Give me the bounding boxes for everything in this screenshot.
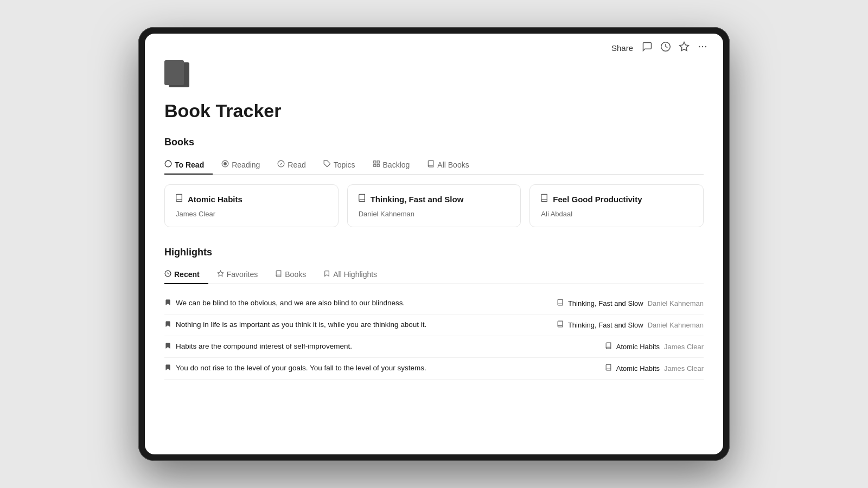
tab-all-books[interactable]: All Books bbox=[418, 156, 477, 175]
logo-area bbox=[164, 60, 704, 88]
book-card-feel-good[interactable]: Feel Good Productivity Ali Abdaal bbox=[529, 184, 704, 227]
svg-rect-13 bbox=[377, 164, 379, 166]
tab-highlights-books[interactable]: Books bbox=[266, 266, 315, 284]
book-card-icon-2 bbox=[358, 194, 366, 204]
all-books-icon bbox=[427, 160, 435, 169]
book-author-3: Ali Abdaal bbox=[540, 210, 693, 218]
tab-topics[interactable]: Topics bbox=[315, 156, 364, 175]
more-icon[interactable] bbox=[697, 41, 708, 55]
favorites-icon bbox=[217, 270, 224, 279]
bookmark-icon-3 bbox=[164, 342, 171, 351]
highlight-left-3: Habits are the compound interest of self… bbox=[164, 342, 594, 352]
svg-rect-11 bbox=[377, 161, 379, 163]
book-card-icon-1 bbox=[175, 194, 183, 204]
book-title-1: Atomic Habits bbox=[188, 195, 242, 204]
highlight-right-4: Atomic Habits James Clear bbox=[605, 364, 704, 373]
page-title: Book Tracker bbox=[164, 100, 704, 121]
highlight-row-4[interactable]: You do not rise to the level of your goa… bbox=[164, 358, 704, 380]
highlight-author-3: James Clear bbox=[664, 343, 704, 351]
highlight-book-icon-3 bbox=[605, 342, 612, 351]
highlights-tabs: Recent Favorites Books bbox=[164, 266, 704, 284]
books-section-title: Books bbox=[164, 137, 704, 148]
logo-book-front bbox=[164, 60, 184, 85]
tab-backlog[interactable]: Backlog bbox=[364, 156, 419, 175]
top-bar-icons bbox=[642, 41, 708, 55]
highlight-book-2: Thinking, Fast and Slow bbox=[568, 321, 643, 329]
book-card-header-3: Feel Good Productivity bbox=[540, 194, 693, 204]
svg-point-3 bbox=[702, 46, 704, 48]
highlight-author-4: James Clear bbox=[664, 364, 704, 373]
all-highlights-icon bbox=[323, 270, 330, 279]
highlight-row-3[interactable]: Habits are the compound interest of self… bbox=[164, 336, 704, 358]
book-card-icon-3 bbox=[540, 194, 548, 204]
book-title-3: Feel Good Productivity bbox=[553, 195, 642, 204]
svg-rect-12 bbox=[373, 164, 375, 166]
svg-rect-10 bbox=[373, 161, 375, 163]
highlight-text-4: You do not rise to the level of your goa… bbox=[176, 363, 426, 374]
highlight-text-2: Nothing in life is as important as you t… bbox=[176, 320, 426, 330]
to-read-icon bbox=[164, 160, 172, 169]
svg-marker-1 bbox=[680, 42, 689, 51]
highlight-book-4: Atomic Habits bbox=[616, 364, 660, 373]
comment-icon[interactable] bbox=[642, 41, 653, 55]
highlight-book-icon-4 bbox=[605, 364, 612, 373]
highlight-author-1: Daniel Kahneman bbox=[648, 299, 704, 307]
highlight-row-2[interactable]: Nothing in life is as important as you t… bbox=[164, 314, 704, 336]
svg-point-7 bbox=[224, 163, 227, 165]
h-books-icon bbox=[275, 270, 282, 279]
highlight-author-2: Daniel Kahneman bbox=[648, 321, 704, 329]
svg-point-4 bbox=[705, 46, 707, 48]
tab-read[interactable]: Read bbox=[269, 156, 314, 175]
highlights-section-title: Highlights bbox=[164, 247, 704, 258]
tab-to-read[interactable]: To Read bbox=[164, 156, 213, 175]
book-author-2: Daniel Kahneman bbox=[358, 210, 511, 218]
tab-highlights-favorites[interactable]: Favorites bbox=[208, 266, 267, 284]
svg-marker-15 bbox=[218, 271, 224, 276]
tablet-frame: Share bbox=[138, 27, 730, 461]
tab-reading[interactable]: Reading bbox=[213, 156, 269, 175]
tab-highlights-recent[interactable]: Recent bbox=[164, 266, 208, 284]
highlight-right-1: Thinking, Fast and Slow Daniel Kahneman bbox=[557, 299, 704, 307]
books-grid: Atomic Habits James Clear Thinking, Fast… bbox=[164, 184, 704, 227]
book-card-thinking[interactable]: Thinking, Fast and Slow Daniel Kahneman bbox=[347, 184, 521, 227]
book-author-1: James Clear bbox=[175, 210, 328, 218]
highlight-right-3: Atomic Habits James Clear bbox=[605, 342, 704, 351]
star-icon[interactable] bbox=[679, 41, 690, 55]
backlog-icon bbox=[373, 160, 380, 169]
book-title-2: Thinking, Fast and Slow bbox=[371, 195, 464, 204]
recent-icon bbox=[164, 270, 171, 279]
highlights-list: We can be blind to the obvious, and we a… bbox=[164, 293, 704, 380]
top-bar: Share bbox=[145, 34, 723, 60]
book-card-atomic-habits[interactable]: Atomic Habits James Clear bbox=[164, 184, 339, 227]
bookmark-icon-4 bbox=[164, 364, 171, 373]
book-card-header-2: Thinking, Fast and Slow bbox=[358, 194, 511, 204]
books-tabs: To Read Reading Read bbox=[164, 156, 704, 175]
highlight-row-1[interactable]: We can be blind to the obvious, and we a… bbox=[164, 293, 704, 314]
highlight-book-3: Atomic Habits bbox=[616, 343, 660, 351]
books-section: Books To Read Reading bbox=[164, 137, 704, 227]
tablet-screen: Share bbox=[145, 34, 723, 454]
highlight-book-icon-1 bbox=[557, 299, 564, 307]
history-icon[interactable] bbox=[660, 41, 671, 55]
read-icon bbox=[277, 160, 285, 169]
reading-icon bbox=[221, 160, 229, 169]
highlight-text-3: Habits are the compound interest of self… bbox=[176, 342, 352, 352]
highlight-left-2: Nothing in life is as important as you t… bbox=[164, 320, 546, 330]
share-label[interactable]: Share bbox=[611, 43, 633, 53]
topics-icon bbox=[323, 160, 331, 169]
highlight-book-1: Thinking, Fast and Slow bbox=[568, 299, 643, 307]
tab-highlights-all[interactable]: All Highlights bbox=[315, 266, 386, 284]
app-logo bbox=[164, 60, 190, 88]
bookmark-icon-2 bbox=[164, 320, 171, 329]
highlight-left-1: We can be blind to the obvious, and we a… bbox=[164, 298, 546, 309]
highlight-text-1: We can be blind to the obvious, and we a… bbox=[176, 298, 405, 309]
svg-point-2 bbox=[699, 46, 700, 48]
page-content: Book Tracker Books To Read bbox=[145, 60, 723, 451]
highlight-book-icon-2 bbox=[557, 320, 564, 329]
svg-point-5 bbox=[165, 160, 171, 167]
book-card-header-1: Atomic Habits bbox=[175, 194, 328, 204]
highlights-section: Highlights Recent Favorites bbox=[164, 247, 704, 380]
highlight-right-2: Thinking, Fast and Slow Daniel Kahneman bbox=[557, 320, 704, 329]
bookmark-icon-1 bbox=[164, 299, 171, 307]
highlight-left-4: You do not rise to the level of your goa… bbox=[164, 363, 594, 374]
